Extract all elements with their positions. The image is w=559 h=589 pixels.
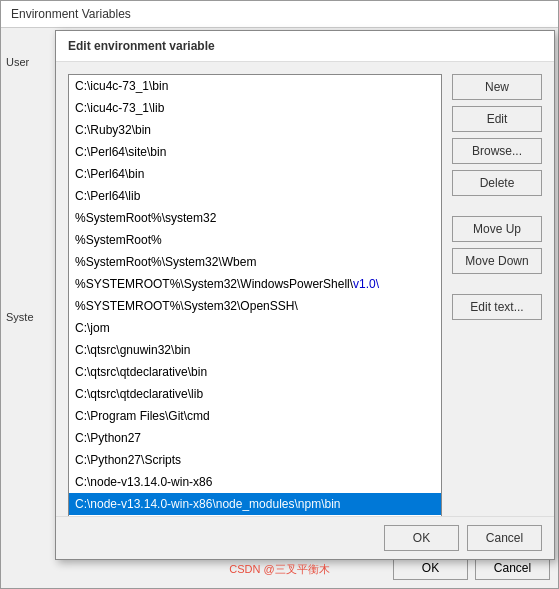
env-list-container: C:\icu4c-73_1\binC:\icu4c-73_1\libC:\Rub… [68, 74, 442, 538]
list-item[interactable]: C:\icu4c-73_1\bin [69, 75, 441, 97]
bg-system-label: Syste [6, 311, 34, 323]
list-item[interactable]: C:\qtsrc\gnuwin32\bin [69, 339, 441, 361]
list-item[interactable]: C:\Perl64\bin [69, 163, 441, 185]
edit-button[interactable]: Edit [452, 106, 542, 132]
bg-user-label: User [6, 56, 29, 68]
list-item[interactable]: %SystemRoot%\System32\Wbem [69, 251, 441, 273]
dialog-title-bar: Edit environment variable [56, 31, 554, 62]
dialog-footer: OK Cancel [56, 516, 554, 559]
list-item[interactable]: C:\Ruby32\bin [69, 119, 441, 141]
cancel-button[interactable]: Cancel [467, 525, 542, 551]
edit-text-button[interactable]: Edit text... [452, 294, 542, 320]
bg-window-title: Environment Variables [11, 7, 131, 21]
bg-title-bar: Environment Variables [1, 1, 558, 28]
env-list[interactable]: C:\icu4c-73_1\binC:\icu4c-73_1\libC:\Rub… [68, 74, 442, 538]
delete-button[interactable]: Delete [452, 170, 542, 196]
list-item[interactable]: %SystemRoot%\system32 [69, 207, 441, 229]
list-item[interactable]: C:\icu4c-73_1\lib [69, 97, 441, 119]
watermark: CSDN @三叉平衡木 [229, 562, 329, 577]
edit-env-dialog: Edit environment variable C:\icu4c-73_1\… [55, 30, 555, 560]
list-item[interactable]: %SystemRoot% [69, 229, 441, 251]
buttons-panel: New Edit Browse... Delete Move Up Move D… [452, 74, 542, 538]
list-item[interactable]: C:\Program Files\Git\cmd [69, 405, 441, 427]
ok-button[interactable]: OK [384, 525, 459, 551]
list-item[interactable]: C:\jom [69, 317, 441, 339]
dialog-title: Edit environment variable [68, 39, 215, 53]
bg-user-section: User [6, 56, 56, 68]
bg-system-section: Syste [6, 311, 56, 323]
move-down-button[interactable]: Move Down [452, 248, 542, 274]
list-item[interactable]: C:\node-v13.14.0-win-x86\node_modules\np… [69, 493, 441, 515]
list-item[interactable]: %SYSTEMROOT%\System32\WindowsPowerShell\… [69, 273, 441, 295]
list-item[interactable]: C:\Python27 [69, 427, 441, 449]
watermark-text: CSDN @三叉平衡木 [229, 563, 329, 575]
list-item[interactable]: C:\qtsrc\qtdeclarative\bin [69, 361, 441, 383]
list-item[interactable]: C:\node-v13.14.0-win-x86 [69, 471, 441, 493]
list-item[interactable]: %SYSTEMROOT%\System32\OpenSSH\ [69, 295, 441, 317]
bg-ok-label: OK [422, 561, 439, 575]
bg-cancel-label: Cancel [494, 561, 531, 575]
browse-button[interactable]: Browse... [452, 138, 542, 164]
move-up-button[interactable]: Move Up [452, 216, 542, 242]
list-item[interactable]: C:\Python27\Scripts [69, 449, 441, 471]
dialog-body: C:\icu4c-73_1\binC:\icu4c-73_1\libC:\Rub… [56, 62, 554, 550]
list-item[interactable]: C:\Perl64\site\bin [69, 141, 441, 163]
list-item[interactable]: C:\Perl64\lib [69, 185, 441, 207]
new-button[interactable]: New [452, 74, 542, 100]
list-item[interactable]: C:\qtsrc\qtdeclarative\lib [69, 383, 441, 405]
